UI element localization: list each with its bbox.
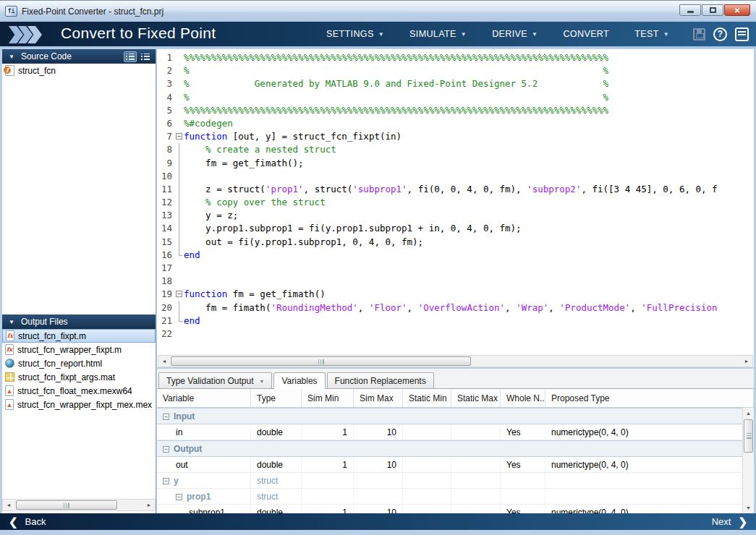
column-header[interactable]: Static Max — [451, 389, 501, 407]
menu-settings[interactable]: SETTINGS▼ — [326, 29, 384, 39]
code-line[interactable]: 1%%%%%%%%%%%%%%%%%%%%%%%%%%%%%%%%%%%%%%%… — [157, 51, 754, 64]
code-line[interactable]: 5%%%%%%%%%%%%%%%%%%%%%%%%%%%%%%%%%%%%%%%… — [157, 104, 754, 117]
collapse-triangle-icon[interactable]: ▼ — [9, 54, 14, 60]
code-line[interactable]: 17 — [157, 262, 754, 275]
editor-h-scrollbar[interactable]: ◄ ► — [157, 354, 754, 367]
table-cell: double — [251, 424, 302, 440]
line-number: 4 — [157, 91, 174, 104]
code-line[interactable]: 8 % create a nested struct — [157, 143, 754, 156]
column-header[interactable]: Static Min — [403, 389, 451, 407]
code-line[interactable]: 7−function [out, y] = struct_fcn_fixpt(i… — [157, 130, 754, 143]
line-number: 22 — [157, 328, 174, 341]
code-line[interactable]: 14 y.prop1.subprop1 = fi(y.prop1.subprop… — [157, 222, 754, 235]
code-line[interactable]: 11 z = struct('prop1', struct('subprop1'… — [157, 183, 754, 196]
tab-variables[interactable]: Variables — [273, 372, 325, 389]
code-line[interactable]: 4% % — [157, 91, 754, 104]
output-file-item[interactable]: struct_fcn_report.html — [2, 356, 156, 370]
code-line[interactable]: 22 — [157, 328, 754, 341]
output-files-header[interactable]: ▼ Output Files — [2, 314, 156, 329]
minimize-button[interactable] — [679, 4, 701, 16]
expander-icon[interactable]: − — [163, 414, 169, 420]
column-header[interactable]: Variable — [157, 389, 251, 407]
code-line[interactable]: 6%#codegen — [157, 117, 754, 130]
column-header[interactable]: Sim Min — [302, 389, 354, 407]
fold-column[interactable]: − — [174, 130, 184, 143]
code-line[interactable]: 2% % — [157, 64, 754, 77]
fold-column[interactable]: − — [174, 288, 184, 301]
scrollbar-track[interactable]: ◄ ► — [158, 355, 753, 367]
expander-icon[interactable]: − — [176, 494, 182, 500]
back-button[interactable]: ❮ Back — [9, 515, 53, 528]
table-v-scrollbar[interactable]: ▲ ▼ — [742, 408, 754, 513]
scroll-right-icon[interactable]: ► — [741, 356, 752, 367]
scroll-right-icon[interactable]: ► — [143, 500, 155, 510]
menu-test[interactable]: TEST▼ — [634, 29, 669, 39]
next-button[interactable]: Next ❯ — [705, 515, 747, 528]
menu-derive[interactable]: DERIVE▼ — [492, 29, 538, 39]
scrollbar-thumb[interactable] — [171, 356, 471, 366]
code-line[interactable]: 3% Generated by MATLAB 9.0 and Fixed-Poi… — [157, 77, 754, 90]
scroll-left-icon[interactable]: ◄ — [3, 500, 14, 510]
row-label: prop1 — [187, 492, 211, 502]
fold-column — [174, 91, 184, 104]
code-line[interactable]: 16end — [157, 249, 754, 262]
code-line[interactable]: 10 — [157, 170, 754, 183]
fold-collapse-icon[interactable]: − — [176, 133, 182, 140]
output-file-item[interactable]: fxstruct_fcn_wrapper_fixpt.m — [2, 343, 156, 356]
table-cell: Yes — [501, 505, 545, 513]
save-icon[interactable] — [693, 28, 705, 40]
code-line[interactable]: 13 y = z; — [157, 209, 754, 222]
hamburger-menu-icon[interactable] — [735, 27, 749, 41]
expander-icon[interactable]: − — [163, 446, 169, 453]
table-row[interactable]: subprop1double110Yesnumerictype(0, 4, 0) — [157, 505, 754, 513]
source-file-item[interactable]: struct_fcn — [2, 64, 156, 77]
tab-function-replacements[interactable]: Function Replacements — [327, 372, 434, 388]
table-row[interactable]: outdouble110Yesnumerictype(0, 4, 0) — [157, 457, 754, 473]
window-title: Fixed-Point Converter - struct_fcn.prj — [22, 7, 163, 17]
source-code-header[interactable]: ▼ Source Code — [2, 49, 156, 64]
table-row[interactable]: −Output — [157, 440, 754, 457]
menu-simulate[interactable]: SIMULATE▼ — [409, 29, 467, 39]
code-line[interactable]: 15 out = fi(y.prop1.subprop1, 0, 4, 0, f… — [157, 236, 754, 249]
chevron-down-icon[interactable]: ▼ — [260, 379, 265, 384]
scroll-down-icon[interactable]: ▼ — [743, 502, 754, 513]
output-file-item[interactable]: fxstruct_fcn_fixpt.m — [2, 329, 156, 343]
scrollbar-thumb[interactable] — [744, 419, 753, 453]
table-row[interactable]: −Input — [157, 408, 754, 424]
code-line[interactable]: 9 fm = get_fimath(); — [157, 157, 754, 170]
table-cell: double — [251, 457, 302, 472]
column-header[interactable]: Whole N... — [501, 389, 545, 407]
column-header[interactable]: Sim Max — [354, 389, 403, 407]
code-line[interactable]: 19−function fm = get_fimath() — [157, 288, 754, 301]
code-line[interactable]: 18 — [157, 275, 754, 288]
code-line[interactable]: 20 fm = fimath('RoundingMethod', 'Floor'… — [157, 301, 754, 314]
output-file-item[interactable]: ▲struct_fcn_float_mex.mexw64 — [2, 384, 156, 398]
restore-button[interactable] — [702, 4, 723, 16]
sidebar-h-scrollbar[interactable]: ◄ ► — [2, 499, 156, 511]
close-button[interactable]: ✕ — [724, 4, 750, 16]
collapse-triangle-icon[interactable]: ▼ — [9, 319, 14, 325]
help-icon[interactable]: ? — [713, 27, 727, 41]
list-view-icon[interactable] — [124, 51, 137, 62]
title-bar[interactable]: fi Fixed-Point Converter - struct_fcn.pr… — [0, 0, 756, 22]
table-row[interactable]: −prop1struct — [157, 489, 754, 505]
menu-convert[interactable]: CONVERT — [563, 29, 609, 39]
tree-view-icon[interactable] — [139, 51, 152, 62]
row-label: Input — [174, 411, 195, 421]
code-editor[interactable]: 1%%%%%%%%%%%%%%%%%%%%%%%%%%%%%%%%%%%%%%%… — [157, 49, 754, 354]
column-header[interactable]: Proposed Type — [545, 389, 754, 407]
expander-icon[interactable]: − — [163, 478, 169, 484]
fold-collapse-icon[interactable]: − — [176, 291, 182, 297]
scroll-left-icon[interactable]: ◄ — [158, 356, 170, 367]
output-file-item[interactable]: ▲struct_fcn_wrapper_fixpt_mex.mex — [2, 398, 156, 411]
code-line[interactable]: 12 % copy over the struct — [157, 196, 754, 209]
scroll-up-icon[interactable]: ▲ — [743, 408, 754, 419]
tab-type-validation-output[interactable]: Type Validation Output ▼ — [158, 372, 272, 388]
scrollbar-thumb[interactable] — [16, 500, 117, 510]
column-header[interactable]: Type — [251, 389, 302, 407]
table-row[interactable]: −ystruct — [157, 473, 754, 489]
output-file-item[interactable]: struct_fcn_fixpt_args.mat — [2, 370, 156, 384]
table-row[interactable]: indouble110Yesnumerictype(0, 4, 0) — [157, 424, 754, 440]
table-cell — [545, 441, 754, 456]
code-line[interactable]: 21end — [157, 314, 754, 328]
